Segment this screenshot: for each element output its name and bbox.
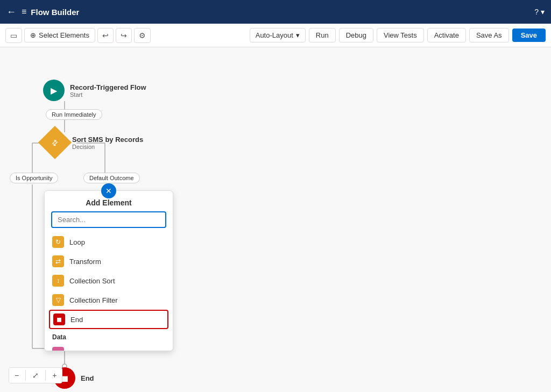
app-title: Flow Builder [31, 8, 79, 17]
list-item-end[interactable]: ◼ End [49, 310, 168, 329]
panel-toggle-button[interactable]: ▭ [5, 28, 22, 43]
sort-icon: ↕ [52, 275, 64, 287]
flow-canvas: ▶ Record-Triggered Flow Start Run Immedi… [0, 47, 551, 392]
data-section-header: Data [45, 329, 173, 343]
activate-button[interactable]: Activate [427, 28, 466, 42]
list-item-transform[interactable]: ⇄ Transform [45, 252, 173, 271]
save-button[interactable]: Save [512, 28, 546, 42]
branch-default-outcome-pill: Default Outcome [83, 173, 140, 183]
zoom-separator-2 [45, 370, 46, 381]
zoom-separator [25, 370, 26, 381]
zoom-fit-button[interactable]: ⤢ [27, 368, 44, 383]
filter-icon: ▽ [52, 294, 64, 306]
auto-layout-button[interactable]: Auto-Layout ▾ [250, 28, 306, 42]
decision-diamond-container: ⇄ [43, 131, 67, 154]
dropdown-icon: ▾ [296, 31, 300, 39]
undo-button[interactable]: ↩ [97, 28, 114, 43]
settings-button[interactable]: ⚙ [134, 28, 151, 43]
view-tests-button[interactable]: View Tests [377, 28, 424, 42]
list-item-collection-sort[interactable]: ↕ Collection Sort [45, 271, 173, 290]
end-icon: ◼ [53, 313, 65, 325]
save-as-button[interactable]: Save As [469, 28, 509, 42]
panel-icon: ▭ [10, 31, 17, 40]
transform-icon: ⇄ [52, 255, 64, 267]
zoom-out-button[interactable]: − [9, 368, 24, 383]
redo-button[interactable]: ↪ [116, 28, 132, 43]
branch-is-opportunity-pill: Is Opportunity [10, 173, 58, 183]
settings-icon: ⚙ [139, 31, 146, 40]
select-elements-button[interactable]: ⊕ Select Elements [24, 28, 95, 42]
back-button[interactable]: ← [6, 6, 16, 18]
element-list: ↻ Loop ⇄ Transform ↕ Collection Sort ▽ C… [45, 232, 173, 351]
modal-close-button[interactable]: ✕ [101, 183, 116, 198]
list-item-loop[interactable]: ↻ Loop [45, 232, 173, 252]
zoom-in-button[interactable]: + [47, 368, 62, 383]
redo-icon: ↪ [121, 31, 127, 40]
flow-icon: ≡ [22, 7, 26, 17]
select-elements-icon: ⊕ [30, 31, 36, 39]
start-node-label: Record-Triggered Flow Start [70, 83, 146, 98]
undo-icon: ↩ [102, 31, 109, 40]
decision-node[interactable]: ⇄ Sort SMS by Records Decision [43, 131, 143, 154]
list-item-create-records[interactable]: + Create Records [45, 343, 173, 351]
toolbar-right: Auto-Layout ▾ Run Debug View Tests Activ… [250, 28, 546, 42]
toolbar: ▭ ⊕ Select Elements ↩ ↪ ⚙ Auto-Layout ▾ … [0, 24, 551, 47]
end-node-label: End [81, 374, 94, 382]
run-button[interactable]: Run [309, 28, 336, 42]
help-button[interactable]: ? ▾ [534, 8, 545, 16]
start-circle: ▶ [43, 80, 65, 101]
list-item-collection-filter[interactable]: ▽ Collection Filter [45, 290, 173, 310]
add-element-modal: ✕ Add Element ↻ Loop ⇄ Transform ↕ Colle… [44, 190, 173, 351]
decision-node-label: Sort SMS by Records Decision [72, 136, 143, 150]
create-records-icon: + [52, 347, 64, 351]
topbar: ← ≡ Flow Builder ? ▾ [0, 0, 551, 24]
element-search-input[interactable] [51, 211, 166, 228]
loop-icon: ↻ [52, 236, 64, 248]
debug-button[interactable]: Debug [339, 28, 373, 42]
zoom-controls: − ⤢ + [9, 367, 62, 383]
start-node[interactable]: ▶ Record-Triggered Flow Start [43, 80, 146, 101]
run-immediately-pill: Run Immediately [46, 109, 102, 120]
